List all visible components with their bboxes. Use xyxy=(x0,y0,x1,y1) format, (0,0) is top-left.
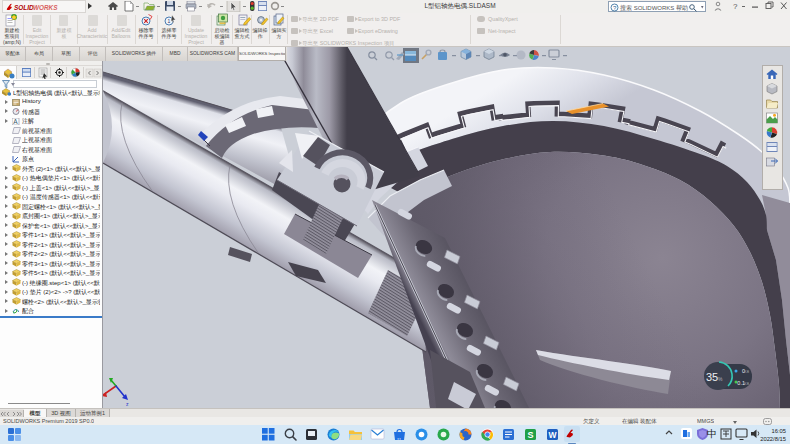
svg-text:查方式: 查方式 xyxy=(235,33,250,40)
svg-text:Project: Project xyxy=(29,39,45,45)
svg-text:Balloons: Balloons xyxy=(111,33,131,39)
svg-text:Net-Inspect: Net-Inspect xyxy=(488,28,516,34)
svg-text:KB: KB xyxy=(744,382,749,386)
svg-text:QualityXpert: QualityXpert xyxy=(488,16,518,22)
svg-text:35: 35 xyxy=(706,371,718,383)
svg-text:器: 器 xyxy=(220,39,225,45)
svg-text:搜索 SOLIDWORKS 帮助: 搜索 SOLIDWORKS 帮助 xyxy=(620,4,688,12)
svg-text:?: ? xyxy=(733,2,738,11)
svg-text:Export to 3D PDF: Export to 3D PDF xyxy=(358,16,401,22)
svg-text:件序号: 件序号 xyxy=(161,33,177,40)
svg-text:中: 中 xyxy=(707,428,717,439)
svg-text:S: S xyxy=(528,430,534,440)
svg-text:导出至 SOLIDWORKS Inspection 项目: 导出至 SOLIDWORKS Inspection 项目 xyxy=(302,40,395,46)
svg-text:KB: KB xyxy=(744,370,749,374)
svg-text:导出至 2D PDF: 导出至 2D PDF xyxy=(302,16,340,22)
svg-text:WORKS: WORKS xyxy=(33,4,58,11)
svg-text:(amp;N): (amp;N) xyxy=(3,39,21,45)
svg-text:1: 1 xyxy=(167,18,170,24)
svg-text:W: W xyxy=(549,430,558,440)
svg-text:%: % xyxy=(718,376,723,382)
svg-text:,,: ,, xyxy=(397,433,401,440)
svg-text:16:05: 16:05 xyxy=(771,428,786,434)
svg-text:导出至 Excel: 导出至 Excel xyxy=(302,28,333,34)
svg-text:Project: Project xyxy=(188,39,204,45)
svg-text:A: A xyxy=(13,118,18,125)
svg-text:作: 作 xyxy=(258,33,264,39)
svg-text:Export eDrawing: Export eDrawing xyxy=(358,28,398,34)
svg-text:Characteristic: Characteristic xyxy=(77,33,108,39)
svg-text:2022/8/15: 2022/8/15 xyxy=(760,436,786,442)
svg-text:板: 板 xyxy=(61,33,67,39)
svg-text:件序号: 件序号 xyxy=(138,33,154,40)
svg-text:方: 方 xyxy=(277,33,282,40)
svg-text:SOLID: SOLID xyxy=(14,4,34,11)
